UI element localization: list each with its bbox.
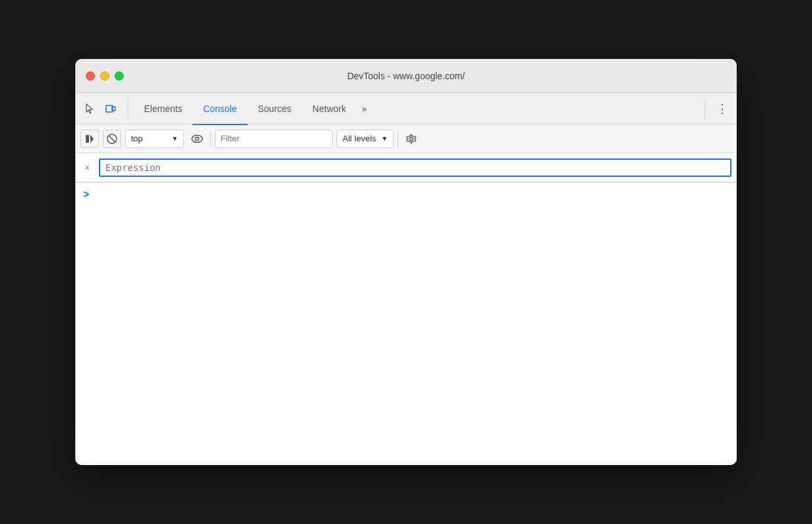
expression-input[interactable] (99, 159, 731, 177)
levels-select[interactable]: All levels ▼ (337, 130, 394, 148)
cursor-icon (84, 103, 96, 115)
svg-marker-3 (90, 135, 94, 143)
tab-console[interactable]: Console (193, 94, 247, 125)
svg-point-7 (196, 137, 199, 140)
context-select-arrow: ▼ (172, 135, 178, 142)
tab-bar: Elements Console Sources Network » ⋮ (75, 93, 737, 124)
device-icon (105, 103, 117, 115)
devtools-menu-button[interactable]: ⋮ (713, 100, 731, 118)
tab-items: Elements Console Sources Network » (134, 93, 705, 124)
svg-line-5 (109, 136, 115, 142)
tab-network[interactable]: Network (302, 94, 356, 125)
tab-sources[interactable]: Sources (248, 94, 302, 125)
expression-close-button[interactable]: × (81, 162, 94, 173)
execute-icon (85, 134, 94, 143)
close-button[interactable] (86, 71, 95, 81)
toolbar-separator (210, 131, 211, 147)
console-prompt-line: > (75, 183, 737, 206)
levels-arrow: ▼ (381, 135, 388, 142)
console-prompt-chevron: > (83, 189, 89, 200)
title-bar: DevTools - www.google.com/ (75, 59, 737, 93)
more-tabs-button[interactable]: » (356, 93, 372, 124)
window-title: DevTools - www.google.com/ (347, 71, 465, 81)
console-main: > (75, 182, 737, 465)
gear-icon (406, 134, 416, 144)
maximize-button[interactable] (115, 71, 124, 81)
execute-script-button[interactable] (81, 130, 99, 148)
traffic-lights (86, 71, 124, 81)
tab-bar-menu: ⋮ (705, 98, 731, 119)
device-icon-button[interactable] (101, 100, 120, 118)
svg-rect-2 (86, 135, 89, 143)
clear-icon (107, 134, 117, 144)
tab-bar-icons (81, 98, 128, 119)
console-settings-button[interactable] (402, 130, 420, 148)
toolbar-separator-2 (397, 131, 398, 147)
filter-input[interactable] (215, 130, 333, 148)
tab-elements[interactable]: Elements (134, 94, 193, 125)
minimize-button[interactable] (100, 71, 109, 81)
watch-expressions-button[interactable] (188, 130, 206, 148)
svg-point-6 (192, 135, 202, 142)
context-select[interactable]: top ▼ (125, 130, 184, 148)
clear-console-button[interactable] (103, 130, 121, 148)
console-toolbar: top ▼ All levels ▼ (75, 124, 737, 153)
svg-point-8 (410, 137, 413, 140)
devtools-window: DevTools - www.google.com/ Elements Cons (75, 59, 737, 465)
eye-icon (191, 135, 203, 143)
expression-row: × (75, 153, 737, 182)
cursor-icon-button[interactable] (81, 100, 99, 118)
svg-rect-1 (112, 107, 115, 111)
